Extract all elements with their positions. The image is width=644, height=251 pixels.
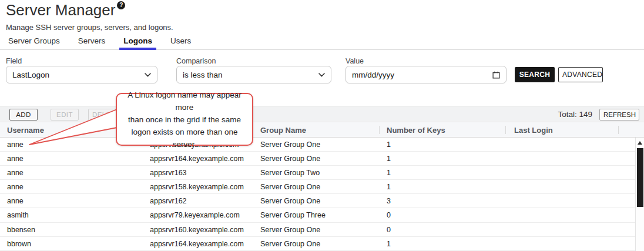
cell-keys: 1 xyxy=(387,183,391,191)
cell-group: Server Group One xyxy=(260,197,320,205)
scroll-up-arrow-icon[interactable] xyxy=(638,141,642,145)
comparison-select-value: is less than xyxy=(183,71,223,79)
grid-toolbar: ADD EDIT DELETE Total: 149 REFRESH xyxy=(0,106,644,122)
cell-username: anne xyxy=(7,155,24,163)
scrollbar-thumb[interactable] xyxy=(637,148,643,207)
table-header: Username Group Name Number of Keys Last … xyxy=(0,122,644,138)
table-row[interactable]: anneappsrvr164.keyexample.comServer Grou… xyxy=(0,152,635,166)
calendar-icon[interactable] xyxy=(492,71,500,79)
cell-username: bbensen xyxy=(7,226,35,234)
column-divider xyxy=(618,126,619,134)
cell-server: appsrvr158.keyexample.com xyxy=(150,183,244,191)
tab-bar: Server Groups Servers Logons Users xyxy=(0,35,644,50)
cell-group: Server Group One xyxy=(260,240,320,248)
page-title: Server Manager? xyxy=(6,1,125,19)
cell-username: asmith xyxy=(7,211,29,219)
cell-server: appsrvr79.keyexample.com xyxy=(150,211,240,219)
cell-username: anne xyxy=(7,140,24,149)
cell-keys: 0 xyxy=(387,211,391,219)
callout-line: than once in the grid if the same xyxy=(119,113,250,126)
column-header-number-of-keys[interactable]: Number of Keys xyxy=(387,126,445,135)
add-button[interactable]: ADD xyxy=(9,109,38,121)
advanced-button[interactable]: ADVANCED xyxy=(558,67,603,82)
chevron-down-icon xyxy=(145,73,151,77)
page-title-text: Server Manager xyxy=(6,1,115,19)
cell-username: anne xyxy=(7,169,24,177)
cell-group: Server Group One xyxy=(260,155,320,163)
annotation-callout: A Linux logon name may appear more than … xyxy=(116,93,253,146)
table-row[interactable]: anneappsrvr163Server Group Two1 xyxy=(0,166,635,180)
search-button[interactable]: SEARCH xyxy=(515,67,555,82)
table-row[interactable]: bbensenappsrvr160.keyexample.comServer G… xyxy=(0,223,635,237)
column-divider xyxy=(379,126,380,134)
tab-users[interactable]: Users xyxy=(169,34,192,49)
cell-server: appsrvr164.keyexample.com xyxy=(150,240,244,248)
cell-username: anne xyxy=(7,197,24,205)
table-row[interactable]: bbrownappsrvr164.keyexample.comServer Gr… xyxy=(0,237,635,251)
date-placeholder: mm/dd/yyyy xyxy=(352,71,394,79)
cell-group: Server Group One xyxy=(260,140,320,149)
cell-keys: 3 xyxy=(387,197,391,205)
cell-keys: 1 xyxy=(387,155,391,163)
refresh-button[interactable]: REFRESH xyxy=(599,109,639,121)
table-body: anneappsrvr….keyexample.comServer Group … xyxy=(0,138,635,251)
cell-username: bbrown xyxy=(7,240,31,248)
callout-line: A Linux logon name may appear more xyxy=(119,89,250,113)
vertical-scrollbar[interactable] xyxy=(635,138,644,251)
cell-server: appsrvr162 xyxy=(150,197,187,205)
tab-logons[interactable]: Logons xyxy=(122,34,153,49)
comparison-label: Comparison xyxy=(176,57,216,65)
date-value-input[interactable]: mm/dd/yyyy xyxy=(346,66,507,83)
edit-button[interactable]: EDIT xyxy=(51,109,79,121)
cell-group: Server Group One xyxy=(260,183,320,191)
table-row[interactable]: anneappsrvr162Server Group One3 xyxy=(0,194,635,208)
column-divider xyxy=(505,126,506,134)
chevron-down-icon xyxy=(318,73,325,77)
table-row[interactable]: asmithappsrvr79.keyexample.comServer Gro… xyxy=(0,208,635,222)
help-icon[interactable]: ? xyxy=(117,1,125,9)
total-count: Total: 149 xyxy=(558,110,592,119)
cell-keys: 0 xyxy=(387,226,391,234)
cell-group: Server Group Three xyxy=(260,211,326,219)
cell-keys: 1 xyxy=(387,169,391,177)
table-row[interactable]: anneappsrvr….keyexample.comServer Group … xyxy=(0,138,635,152)
cell-group: Server Group One xyxy=(260,226,320,234)
cell-keys: 1 xyxy=(387,240,391,248)
cell-username: anne xyxy=(7,183,24,191)
cell-server: appsrvr160.keyexample.com xyxy=(150,226,244,234)
callout-line: logon exists on more than one server. xyxy=(119,126,250,150)
comparison-select[interactable]: is less than xyxy=(176,66,331,83)
tab-server-groups[interactable]: Server Groups xyxy=(7,34,61,49)
field-select[interactable]: LastLogon xyxy=(6,66,157,83)
column-header-username[interactable]: Username xyxy=(7,126,44,135)
value-label: Value xyxy=(346,57,364,65)
page-subtitle: Manage SSH server groups, servers, and l… xyxy=(6,23,173,32)
cell-keys: 1 xyxy=(387,140,391,149)
cell-server: appsrvr164.keyexample.com xyxy=(150,155,244,163)
column-header-last-login[interactable]: Last Login xyxy=(514,126,553,135)
field-select-value: LastLogon xyxy=(12,71,49,79)
cell-server: appsrvr163 xyxy=(150,169,187,177)
field-label: Field xyxy=(6,57,22,65)
server-manager-screen: Server Manager? Manage SSH server groups… xyxy=(0,0,644,251)
cell-group: Server Group Two xyxy=(260,169,320,177)
table-row[interactable]: anneappsrvr158.keyexample.comServer Grou… xyxy=(0,180,635,194)
column-header-group-name[interactable]: Group Name xyxy=(260,126,306,135)
tab-servers[interactable]: Servers xyxy=(77,34,107,49)
